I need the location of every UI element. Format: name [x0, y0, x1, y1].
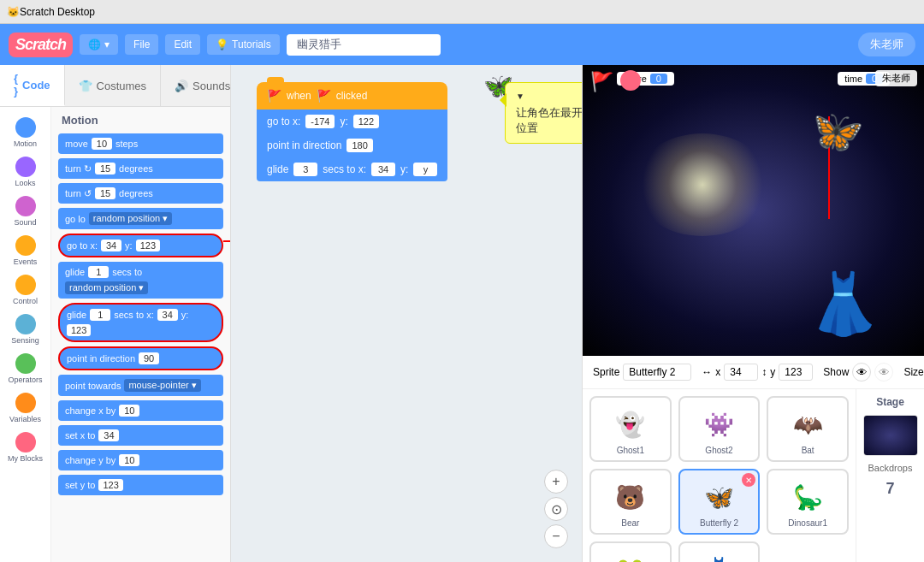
- dress-stage-sprite: 👗: [807, 269, 881, 339]
- block-change-x[interactable]: change x by 10: [58, 400, 223, 421]
- arrow-icon: ↔: [702, 366, 712, 378]
- galaxy-visual: [634, 133, 771, 236]
- zoom-out-button[interactable]: −: [544, 524, 568, 548]
- stage-side-panel: Stage Backdrops 7: [856, 389, 924, 562]
- script-block-area: 🚩 when 🚩 clicked go to x: -174 y: 122 po…: [257, 82, 447, 181]
- sprites-list: 👻 Ghost1 👾 Ghost2 🦇 Bat 🐻 Bear ✕ �: [583, 389, 856, 562]
- sound-icon: 🔊: [175, 80, 188, 92]
- tab-code[interactable]: { } Code: [0, 65, 65, 106]
- stage-controls: 🚩: [589, 70, 641, 94]
- block-change-y[interactable]: change y by 10: [58, 450, 223, 470]
- sprite-thumb-bear: 🐻: [596, 476, 665, 518]
- hide-eye-button[interactable]: 👁: [874, 363, 893, 382]
- sprites-section: 👻 Ghost1 👾 Ghost2 🦇 Bat 🐻 Bear ✕ �: [583, 389, 924, 562]
- block-point-towards[interactable]: point towards mouse-pointer ▾: [58, 375, 223, 396]
- sprite-card-frog[interactable]: 🐸 Frog: [589, 541, 672, 562]
- block-point-dir-wrapper: point in direction 90: [58, 346, 223, 370]
- left-panel: { } Code 👕 Costumes 🔊 Sounds Motion: [0, 65, 231, 562]
- block-set-y[interactable]: set y to 123: [58, 475, 223, 495]
- tutorials-button[interactable]: 💡 Tutorials: [207, 34, 280, 55]
- block-set-x[interactable]: set x to 34: [58, 425, 223, 446]
- zoom-reset-button[interactable]: ⊙: [544, 497, 568, 521]
- sprite-delete-butterfly2[interactable]: ✕: [742, 473, 755, 487]
- project-name-input[interactable]: [287, 34, 441, 56]
- block-turn-ccw[interactable]: turn ↺ 15 degrees: [58, 183, 223, 204]
- stage-thumbnail[interactable]: [863, 415, 918, 456]
- globe-button[interactable]: 🌐 ▾: [80, 34, 118, 55]
- command-glide[interactable]: glide 3 secs to x: 34 y: y: [257, 157, 447, 181]
- right-panel: 🚩 朱老师 score 0 time 0: [582, 65, 924, 562]
- sprite-card-bat[interactable]: 🦇 Bat: [767, 396, 849, 462]
- sprite-thumb-frog: 🐸: [596, 548, 665, 562]
- sidebar-item-myblocks[interactable]: My Blocks: [2, 429, 50, 466]
- tab-costumes[interactable]: 👕 Costumes: [65, 65, 162, 106]
- block-glide-random[interactable]: glide 1 secs to random position ▾: [58, 262, 223, 299]
- block-goto-xy[interactable]: go to x: 34 y: 123: [58, 234, 223, 257]
- stage-area: 🚩 朱老师 score 0 time 0: [583, 65, 924, 356]
- stage-canvas: score 0 time 0 🦋 👗: [583, 65, 924, 356]
- sprite-name-field: Sprite: [593, 364, 691, 381]
- user-badge: 朱老师: [858, 33, 915, 56]
- editor-tabs: { } Code 👕 Costumes 🔊 Sounds: [0, 65, 230, 107]
- sidebar-item-sound[interactable]: Sound: [2, 192, 50, 230]
- sprite-card-dinosaur1[interactable]: 🦕 Dinosaur1: [767, 469, 849, 535]
- command-goto-xy[interactable]: go to x: -174 y: 122: [257, 109, 447, 133]
- sidebar-item-control[interactable]: Control: [2, 271, 50, 309]
- sidebar-item-variables[interactable]: Variables: [2, 389, 50, 427]
- file-button[interactable]: File: [125, 34, 158, 55]
- sprite-thumb-ghost1: 👻: [596, 403, 665, 446]
- command-point-dir[interactable]: point in direction 180: [257, 133, 447, 157]
- show-eye-button[interactable]: 👁: [852, 363, 871, 382]
- app-title: Scratch Desktop: [20, 6, 95, 18]
- globe-chevron: ▾: [104, 38, 110, 50]
- sprite-card-ghost2[interactable]: 👾 Ghost2: [678, 396, 761, 462]
- globe-icon: 🌐: [88, 38, 101, 50]
- sprite-thumb-ghost2: 👾: [685, 403, 754, 446]
- zoom-in-button[interactable]: +: [544, 470, 568, 494]
- sidebar-item-operators[interactable]: Operators: [2, 350, 50, 387]
- sprite-show-field: Show 👁 👁: [823, 363, 893, 382]
- block-glide-xy-wrapper: glide 1 secs to x: 34 y: 123: [58, 303, 223, 342]
- green-flag-button[interactable]: 🚩: [589, 70, 613, 94]
- sprite-thumb-dress: 👗: [685, 548, 754, 562]
- code-editor: 🦋 🚩 when 🚩 clicked go to x: -174 y: 122 …: [231, 65, 582, 562]
- sprite-card-dress[interactable]: 👗 Dress: [678, 541, 761, 562]
- comment-text: 让角色在最开始的位置: [516, 106, 582, 134]
- show-icons: 👁 👁: [852, 363, 893, 382]
- sprite-card-butterfly2[interactable]: ✕ 🦋 Butterfly 2: [678, 469, 761, 535]
- red-arrow-line: [223, 240, 230, 242]
- block-move[interactable]: move 10 steps: [58, 133, 223, 154]
- top-nav: Scratch 🌐 ▾ File Edit 💡 Tutorials 朱老师: [0, 24, 924, 65]
- sidebar-item-looks[interactable]: Looks: [2, 153, 50, 191]
- comment-collapse-icon[interactable]: ▼: [516, 92, 524, 101]
- stop-button[interactable]: [620, 70, 641, 91]
- y-arrow-icon: ↕: [761, 366, 767, 378]
- sprite-name-input[interactable]: [623, 364, 691, 381]
- lightbulb-icon: 💡: [216, 38, 228, 50]
- sprite-y-input[interactable]: [779, 364, 813, 381]
- edit-button[interactable]: Edit: [165, 34, 200, 55]
- category-sidebar: Motion Looks Sound Events Control: [0, 107, 51, 562]
- main-area: { } Code 👕 Costumes 🔊 Sounds Motion: [0, 65, 924, 562]
- sidebar-item-motion[interactable]: Motion: [2, 114, 50, 151]
- sprite-card-ghost1[interactable]: 👻 Ghost1: [589, 396, 672, 462]
- costume-icon: 👕: [79, 80, 92, 92]
- sprite-x-input[interactable]: [724, 364, 758, 381]
- code-icon: { }: [14, 72, 18, 98]
- zoom-controls: + ⊙ −: [544, 470, 568, 548]
- event-block-flag[interactable]: 🚩 when 🚩 clicked: [257, 82, 447, 109]
- block-goto-random[interactable]: go lo random position ▾: [58, 208, 223, 229]
- block-glide-xy[interactable]: glide 1 secs to x: 34 y: 123: [58, 303, 223, 342]
- sprite-card-bear[interactable]: 🐻 Bear: [589, 469, 672, 535]
- titlebar: 🐱 Scratch Desktop: [0, 0, 924, 24]
- sidebar-item-sensing[interactable]: Sensing: [2, 311, 50, 348]
- block-turn-cw[interactable]: turn ↻ 15 degrees: [58, 158, 223, 179]
- sidebar-item-events[interactable]: Events: [2, 232, 50, 269]
- user-profile-badge: 朱老师: [875, 70, 917, 86]
- blocks-panel: Motion Looks Sound Events Control: [0, 107, 230, 562]
- app-icon: 🐱: [7, 6, 20, 18]
- section-title: Motion: [58, 114, 223, 127]
- butterfly-stage-sprite: 🦋: [813, 108, 864, 156]
- block-point-direction[interactable]: point in direction 90: [58, 346, 223, 370]
- sprite-coords: ↔ x ↕ y: [702, 364, 813, 381]
